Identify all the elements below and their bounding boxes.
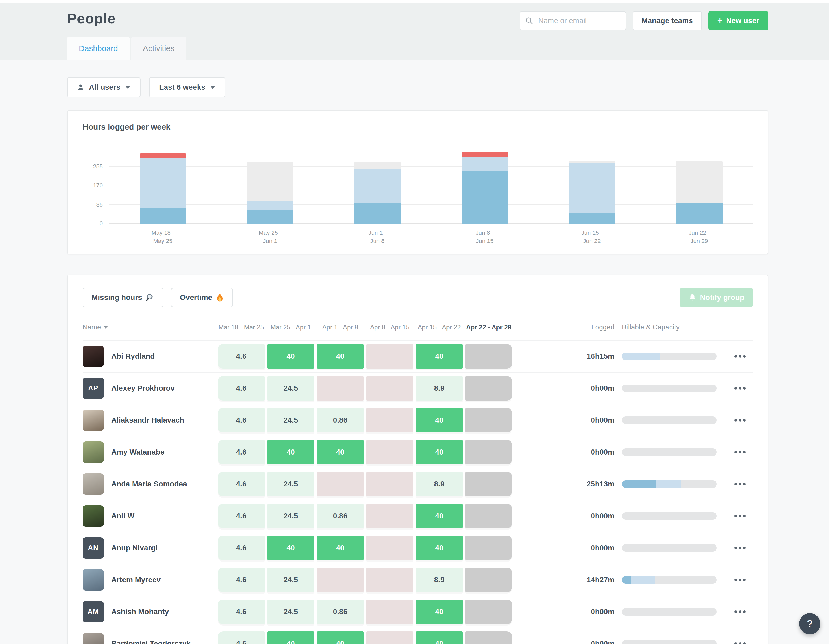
hours-cell[interactable]: 4.6	[218, 344, 265, 368]
hours-cell[interactable]: 40	[416, 440, 463, 464]
range-filter-dropdown[interactable]: Last 6 weeks	[149, 77, 225, 98]
hours-cell[interactable]: 40	[267, 631, 314, 644]
sort-by-name[interactable]: Name	[82, 323, 218, 331]
hours-cell[interactable]: 40	[317, 440, 364, 464]
hours-cell[interactable]: 8.9	[416, 376, 463, 400]
week-bar[interactable]	[140, 153, 186, 224]
week-cells: 4.6404040	[218, 631, 512, 644]
row-menu-button[interactable]	[727, 578, 753, 581]
hours-cell[interactable]: 4.6	[218, 376, 265, 400]
hours-cell[interactable]	[465, 440, 512, 464]
hours-cell[interactable]: 8.9	[416, 472, 463, 496]
notify-group-label: Notify group	[700, 293, 744, 302]
hours-cell[interactable]: 24.5	[267, 408, 314, 433]
hours-cell[interactable]	[465, 600, 512, 624]
hours-cell[interactable]	[465, 504, 512, 528]
hours-cell[interactable]: 40	[317, 631, 364, 644]
hours-cell[interactable]	[366, 504, 413, 528]
hours-cell[interactable]	[366, 440, 413, 464]
hours-cell[interactable]	[317, 568, 364, 592]
hours-cell[interactable]: 4.6	[218, 600, 265, 624]
hours-cell[interactable]: 4.6	[218, 440, 265, 464]
hours-cell[interactable]	[465, 536, 512, 560]
hours-cell[interactable]	[366, 600, 413, 624]
hours-cell[interactable]	[366, 536, 413, 560]
hours-cell[interactable]: 40	[416, 504, 463, 528]
hours-cell[interactable]: 40	[416, 600, 463, 624]
hours-cell[interactable]	[366, 472, 413, 496]
hours-cell[interactable]	[317, 376, 364, 400]
week-bar[interactable]	[462, 152, 508, 224]
help-button[interactable]: ?	[799, 613, 821, 635]
week-cells: 4.624.58.9	[218, 568, 512, 592]
hours-cell[interactable]: 4.6	[218, 631, 265, 644]
hours-cell[interactable]: 24.5	[267, 568, 314, 592]
hours-cell[interactable]: 40	[317, 344, 364, 368]
tab-activities[interactable]: Activities	[131, 37, 186, 60]
hours-cell[interactable]	[366, 376, 413, 400]
hours-cell[interactable]: 0.86	[317, 408, 364, 433]
hours-cell[interactable]: 40	[267, 536, 314, 560]
row-menu-button[interactable]	[727, 483, 753, 485]
hours-cell[interactable]	[465, 408, 512, 433]
week-bar[interactable]	[569, 161, 615, 224]
week-bar[interactable]	[354, 162, 401, 224]
capacity-segment-light	[622, 353, 660, 360]
hours-cell[interactable]: 40	[416, 536, 463, 560]
hours-cell[interactable]: 4.6	[218, 472, 265, 496]
row-menu-button[interactable]	[727, 355, 753, 357]
hours-cell[interactable]	[465, 376, 512, 400]
hours-cell[interactable]: 4.6	[218, 536, 265, 560]
hours-cell[interactable]: 4.6	[218, 568, 265, 592]
week-column-header: Apr 8 - Apr 15	[366, 324, 413, 331]
tab-dashboard[interactable]: Dashboard	[67, 37, 130, 60]
capacity-bar	[622, 608, 717, 616]
avatar	[82, 346, 104, 367]
hours-cell[interactable]	[317, 472, 364, 496]
hours-cell[interactable]	[465, 472, 512, 496]
hours-cell[interactable]	[366, 344, 413, 368]
hours-cell[interactable]: 40	[416, 631, 463, 644]
hours-cell[interactable]: 40	[416, 344, 463, 368]
hours-cell[interactable]: 40	[416, 408, 463, 433]
week-bar[interactable]	[247, 162, 293, 224]
hours-cell[interactable]: 24.5	[267, 600, 314, 624]
row-menu-button[interactable]	[727, 515, 753, 517]
missing-hours-button[interactable]: Missing hours	[82, 288, 164, 307]
hours-cell[interactable]: 24.5	[267, 376, 314, 400]
hours-cell[interactable]: 40	[317, 536, 364, 560]
hours-cell[interactable]: 4.6	[218, 408, 265, 433]
hours-cell[interactable]	[366, 568, 413, 592]
new-user-button[interactable]: + New user	[708, 11, 768, 30]
hours-cell[interactable]: 8.9	[416, 568, 463, 592]
hours-cell[interactable]	[465, 344, 512, 368]
row-menu-button[interactable]	[727, 546, 753, 549]
hours-cell[interactable]	[465, 568, 512, 592]
users-filter-dropdown[interactable]: All users	[67, 77, 140, 98]
hours-cell[interactable]: 0.86	[317, 600, 364, 624]
hours-cell[interactable]: 24.5	[267, 472, 314, 496]
hours-cell[interactable]	[465, 631, 512, 644]
search-box[interactable]	[520, 11, 626, 30]
table-actions: Missing hours Overtime	[82, 288, 753, 307]
row-menu-button[interactable]	[727, 387, 753, 390]
hours-cell[interactable]	[366, 408, 413, 433]
y-tick-label: 0	[82, 220, 103, 227]
row-menu-button[interactable]	[727, 451, 753, 453]
hours-cell[interactable]: 40	[267, 440, 314, 464]
notify-group-button[interactable]: Notify group	[680, 288, 753, 307]
search-input[interactable]	[537, 16, 620, 25]
hours-cell[interactable]: 24.5	[267, 504, 314, 528]
row-menu-button[interactable]	[727, 419, 753, 422]
overtime-button[interactable]: Overtime	[171, 288, 233, 307]
row-menu-button[interactable]	[727, 642, 753, 644]
week-cells: 4.624.58.9	[218, 472, 512, 496]
hours-cell[interactable]: 40	[267, 344, 314, 368]
row-menu-button[interactable]	[727, 611, 753, 613]
table-header: Name Mar 18 - Mar 25Mar 25 - Apr 1Apr 1 …	[82, 315, 753, 340]
hours-cell[interactable]: 0.86	[317, 504, 364, 528]
manage-teams-button[interactable]: Manage teams	[632, 11, 702, 30]
week-bar[interactable]	[676, 161, 722, 224]
hours-cell[interactable]	[366, 631, 413, 644]
hours-cell[interactable]: 4.6	[218, 504, 265, 528]
